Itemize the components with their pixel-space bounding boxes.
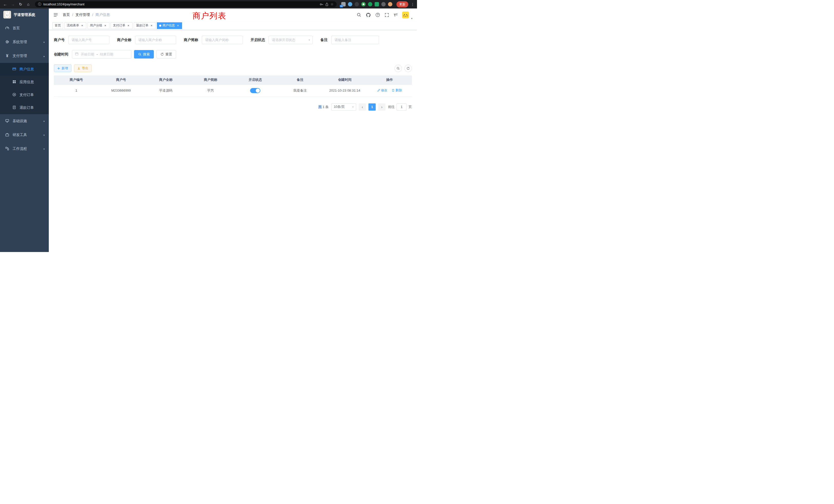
extension-icon[interactable] — [368, 2, 372, 6]
col-status: 开启状态 — [233, 75, 278, 85]
cell-merchant-short-name: 芋艿 — [188, 85, 233, 96]
sidebar-item-workflow[interactable]: 工作流程 ▾ — [0, 142, 49, 156]
back-icon[interactable]: ← — [3, 2, 8, 6]
key-icon[interactable] — [320, 3, 323, 6]
extension-icon[interactable] — [355, 2, 359, 6]
sidebar-item-system[interactable]: 系统管理 ▾ — [0, 35, 49, 49]
delete-link[interactable]: 删除 — [392, 88, 402, 93]
help-icon[interactable] — [375, 13, 380, 17]
pin-extension-icon[interactable] — [381, 2, 386, 6]
merchant-name-label: 商户全称 — [117, 38, 131, 42]
app-grid-icon — [12, 80, 16, 85]
create-time-range-picker[interactable]: 开始日期 - 结束日期 — [72, 50, 131, 59]
extension-icon[interactable]: 10 — [341, 2, 346, 6]
sidebar-item-dev-tools[interactable]: 研发工具 ▾ — [0, 128, 49, 142]
sidebar-item-merchant-info[interactable]: 商户信息 — [0, 63, 49, 76]
user-avatar[interactable] — [402, 12, 409, 19]
filter-row-1: 商户号 商户全称 商户简称 开启状态 请选择开启状态 ▾ — [54, 36, 412, 44]
edit-link[interactable]: 修改 — [377, 88, 388, 93]
extension-icon[interactable] — [348, 2, 352, 6]
merchant-name-input[interactable] — [135, 36, 176, 44]
sidebar-item-app-info[interactable]: 应用信息 — [0, 76, 49, 89]
create-time-label: 创建时间 — [54, 52, 68, 57]
search-icon[interactable] — [357, 13, 361, 17]
tag-view-bar: 首页 流程表单× 用户分组× 支付订单× 退款订单× 商户信息× — [49, 21, 417, 30]
tab-pay-order[interactable]: 支付订单× — [111, 22, 132, 29]
remark-input[interactable] — [331, 36, 379, 44]
share-icon[interactable] — [325, 3, 328, 6]
merchant-no-input[interactable] — [68, 36, 109, 44]
close-icon[interactable]: × — [80, 24, 84, 27]
close-icon[interactable]: × — [176, 24, 180, 27]
extension-icon[interactable] — [361, 2, 366, 6]
main-area: 商户列表 首页 / 支付管理 / 商户信息 TT ▾ 首页 流程表单× 用户分组 — [49, 8, 417, 252]
goto-page-input[interactable] — [396, 104, 407, 111]
cell-remark: 我是备注 — [278, 85, 322, 96]
close-icon[interactable]: × — [150, 24, 153, 27]
sidebar-item-refund-order[interactable]: 退款订单 — [0, 101, 49, 114]
profile-avatar[interactable] — [388, 2, 392, 6]
col-create-time: 创建时间 — [323, 75, 367, 85]
app-frame: 芋道管理系统 首页 系统管理 ▾ ¥ 支付管理 ▴ 商户信息 应用信息 — [0, 8, 417, 252]
merchant-no-label: 商户号 — [54, 38, 65, 42]
forward-icon[interactable]: → — [10, 2, 16, 6]
reset-button[interactable]: 重置 — [156, 50, 176, 59]
extension-icon[interactable] — [375, 2, 379, 6]
caret-down-icon[interactable]: ▾ — [411, 17, 412, 21]
chevron-down-icon: ▾ — [43, 41, 45, 44]
status-toggle[interactable] — [250, 88, 260, 93]
page-size-select[interactable]: 10条/页 ▾ — [331, 104, 356, 111]
pagination: 共 1 条 10条/页 ▾ ‹ 1 › 前往 页 — [54, 104, 412, 111]
tab-user-group[interactable]: 用户分组× — [88, 22, 109, 29]
start-date-placeholder[interactable]: 开始日期 — [81, 52, 94, 57]
tab-refund-order[interactable]: 退款订单× — [134, 22, 156, 29]
refresh-icon[interactable]: ↻ — [18, 2, 23, 6]
table-toolbar: 新增 导出 — [54, 64, 412, 72]
search-button[interactable]: 搜索 — [134, 50, 154, 59]
info-icon[interactable]: ⓘ — [38, 3, 41, 6]
sidebar-item-payment[interactable]: ¥ 支付管理 ▴ — [0, 49, 49, 63]
merchant-short-name-input[interactable] — [202, 36, 243, 44]
sidebar-item-infrastructure[interactable]: 基础设施 ▾ — [0, 114, 49, 128]
prev-page-button[interactable]: ‹ — [359, 104, 366, 111]
add-button[interactable]: 新增 — [54, 64, 71, 72]
total-count: 共 1 条 — [319, 105, 329, 109]
cell-actions: 修改 删除 — [367, 85, 412, 96]
next-page-button[interactable]: › — [378, 104, 386, 111]
tab-home[interactable]: 首页 — [52, 22, 63, 29]
home-icon[interactable]: ⌂ — [26, 2, 31, 6]
show-search-toggle-button[interactable] — [394, 65, 402, 72]
browser-update-button[interactable]: 更新 — [396, 1, 408, 7]
top-navbar: 首页 / 支付管理 / 商户信息 TT ▾ — [49, 8, 417, 21]
font-size-icon[interactable]: TT — [394, 13, 397, 17]
breadcrumb-payment[interactable]: 支付管理 — [75, 13, 90, 17]
page-1-button[interactable]: 1 — [369, 104, 376, 111]
breadcrumb-home[interactable]: 首页 — [63, 13, 70, 17]
page-content: 商户号 商户全称 商户简称 开启状态 请选择开启状态 ▾ — [49, 30, 417, 252]
goto-page: 前往 页 — [388, 104, 412, 111]
github-icon[interactable] — [366, 13, 371, 18]
table-row: 1 M233666999 芋道源码 芋艿 我是备注 2021-10-23 08:… — [54, 85, 412, 96]
kebab-menu-icon[interactable]: ⋮ — [411, 2, 414, 6]
hamburger-icon[interactable] — [53, 13, 58, 17]
sidebar-item-pay-order[interactable]: 支付订单 — [0, 89, 49, 101]
breadcrumb: 首页 / 支付管理 / 商户信息 — [63, 13, 110, 17]
rabbit-avatar — [3, 11, 11, 19]
close-icon[interactable]: × — [104, 24, 107, 27]
active-dot — [159, 25, 161, 27]
browser-chrome: ← → ↻ ⌂ ⓘ localhost:1024/pay/merchant ☆ … — [0, 0, 417, 8]
end-date-placeholder[interactable]: 结束日期 — [100, 52, 113, 57]
logo[interactable]: 芋道管理系统 — [0, 8, 49, 21]
url-text[interactable]: localhost:1024/pay/merchant — [43, 3, 85, 6]
close-icon[interactable]: × — [127, 24, 130, 27]
address-bar[interactable]: ⓘ localhost:1024/pay/merchant ☆ — [35, 1, 337, 7]
tab-merchant-info[interactable]: 商户信息× — [157, 22, 182, 29]
refresh-table-button[interactable] — [404, 65, 412, 72]
tab-process-form[interactable]: 流程表单× — [64, 22, 86, 29]
export-button[interactable]: 导出 — [74, 64, 92, 72]
star-icon[interactable]: ☆ — [330, 3, 333, 6]
chevron-down-icon: ▾ — [309, 39, 310, 41]
status-select[interactable]: 请选择开启状态 ▾ — [269, 36, 313, 44]
sidebar-item-home[interactable]: 首页 — [0, 21, 49, 35]
fullscreen-icon[interactable] — [385, 13, 389, 17]
